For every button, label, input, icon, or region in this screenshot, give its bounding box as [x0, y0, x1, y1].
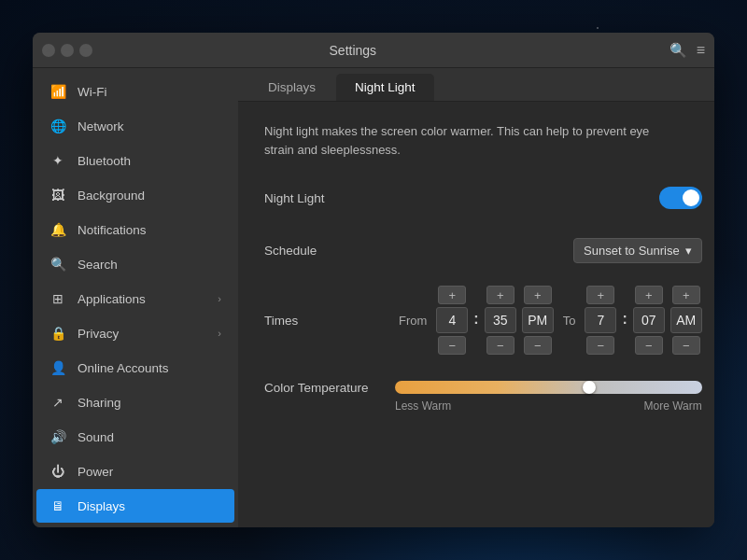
less-warm-label: Less Warm	[395, 399, 451, 413]
temp-slider-thumb[interactable]	[583, 381, 596, 394]
sidebar-label-displays: Displays	[78, 499, 221, 513]
titlebar: × – □ Settings 🔍 ≡	[33, 33, 714, 68]
content-area: 📶Wi-Fi🌐Network✦Bluetooth🖼Background🔔Noti…	[33, 68, 714, 527]
colon-2: :	[622, 311, 627, 329]
sidebar-label-sound: Sound	[78, 430, 221, 444]
sidebar-label-online-accounts: Online Accounts	[78, 361, 221, 375]
sound-icon: 🔊	[49, 428, 66, 445]
schedule-dropdown[interactable]: Sunset to Sunrise ▾	[573, 238, 702, 263]
sidebar-item-power[interactable]: ⏻Power	[36, 455, 234, 488]
schedule-value: Sunset to Sunrise	[584, 244, 680, 258]
tabs-bar: DisplaysNight Light	[238, 68, 714, 102]
sidebar-label-notifications: Notifications	[78, 223, 221, 237]
displays-icon: 🖥	[49, 497, 66, 514]
chevron-icon: ›	[218, 293, 221, 304]
sidebar-item-background[interactable]: 🖼Background	[36, 178, 234, 212]
to-ampm-block: + AM −	[670, 286, 702, 355]
sidebar-item-network[interactable]: 🌐Network	[36, 109, 234, 143]
search-icon[interactable]: 🔍	[669, 42, 687, 59]
sidebar-item-sound[interactable]: 🔊Sound	[36, 420, 234, 454]
sidebar-item-wifi[interactable]: 📶Wi-Fi	[36, 75, 234, 108]
more-warm-label: More Warm	[644, 399, 702, 413]
applications-icon: ⊞	[49, 290, 66, 307]
sidebar-label-network: Network	[78, 119, 221, 133]
background-icon: 🖼	[49, 187, 66, 203]
to-minute-block: + 07 −	[633, 286, 665, 355]
tab-displays[interactable]: Displays	[249, 74, 334, 101]
to-min-dec[interactable]: −	[635, 336, 663, 355]
from-ampm-block: + PM −	[522, 286, 554, 355]
sidebar-item-bluetooth[interactable]: ✦Bluetooth	[36, 144, 234, 177]
to-label: To	[559, 314, 580, 328]
times-label: Times	[264, 314, 395, 328]
sidebar-label-bluetooth: Bluetooth	[78, 154, 221, 168]
privacy-icon: 🔒	[49, 325, 66, 342]
to-minute-value: 07	[633, 307, 665, 333]
colon-1: :	[473, 311, 478, 329]
sharing-icon: ↗	[49, 394, 66, 411]
sidebar-label-power: Power	[78, 465, 221, 479]
wifi-icon: 📶	[49, 83, 66, 100]
sidebar-label-privacy: Privacy	[78, 327, 206, 341]
sidebar-item-online-accounts[interactable]: 👤Online Accounts	[36, 351, 234, 385]
temp-slider-container: Less Warm More Warm	[395, 381, 702, 413]
times-row: Times From + 4 − : + 35	[264, 286, 702, 355]
color-temp-control: Less Warm More Warm	[395, 381, 702, 413]
sidebar-item-applications[interactable]: ⊞Applications›	[36, 282, 234, 315]
online-accounts-icon: 👤	[49, 359, 66, 376]
to-ampm-value: AM	[670, 307, 702, 333]
to-ampm-inc[interactable]: +	[672, 286, 700, 304]
from-min-dec[interactable]: −	[486, 336, 514, 355]
schedule-row: Schedule Sunset to Sunrise ▾	[264, 233, 702, 267]
search-icon: 🔍	[49, 256, 66, 273]
bluetooth-icon: ✦	[49, 152, 66, 169]
from-hour-value: 4	[436, 307, 468, 333]
sidebar-item-privacy[interactable]: 🔒Privacy›	[36, 316, 234, 350]
sidebar: 📶Wi-Fi🌐Network✦Bluetooth🖼Background🔔Noti…	[33, 68, 238, 527]
sidebar-item-sharing[interactable]: ↗Sharing	[36, 385, 234, 419]
window-title: Settings	[36, 43, 669, 58]
sidebar-label-background: Background	[78, 189, 221, 203]
power-icon: ⏻	[49, 463, 66, 480]
from-label: From	[395, 314, 430, 328]
chevron-down-icon: ▾	[685, 244, 692, 258]
to-hour-value: 7	[585, 307, 616, 333]
night-light-label: Night Light	[264, 191, 395, 205]
from-ampm-inc[interactable]: +	[524, 286, 552, 304]
chevron-icon: ›	[218, 328, 221, 339]
sidebar-label-applications: Applications	[78, 292, 206, 306]
night-light-row: Night Light	[264, 181, 702, 215]
notifications-icon: 🔔	[49, 221, 66, 238]
to-hour-dec[interactable]: −	[586, 336, 614, 355]
from-min-inc[interactable]: +	[486, 286, 514, 304]
night-light-control	[395, 187, 702, 209]
temp-slider-track[interactable]	[395, 381, 702, 394]
tab-night-light[interactable]: Night Light	[336, 74, 434, 101]
sidebar-item-displays[interactable]: 🖥Displays	[36, 489, 234, 523]
night-light-toggle[interactable]	[659, 187, 702, 209]
color-temp-row: Color Temperature Less Warm More Warm	[264, 373, 702, 413]
from-ampm-value: PM	[522, 307, 554, 333]
app-window: × – □ Settings 🔍 ≡ 📶Wi-Fi🌐Network✦Blueto…	[33, 33, 714, 527]
from-minute-value: 35	[485, 307, 516, 333]
from-hour-dec[interactable]: −	[438, 336, 466, 355]
to-hour-inc[interactable]: +	[586, 286, 614, 304]
network-icon: 🌐	[49, 118, 66, 134]
schedule-label: Schedule	[264, 244, 395, 258]
schedule-control: Sunset to Sunrise ▾	[395, 238, 702, 263]
main-panel: DisplaysNight Light Night light makes th…	[238, 68, 714, 527]
sidebar-label-search: Search	[78, 258, 221, 272]
from-minute-block: + 35 −	[485, 286, 516, 355]
to-min-inc[interactable]: +	[635, 286, 663, 304]
night-light-panel: Night light makes the screen color warme…	[238, 102, 714, 527]
description-text: Night light makes the screen color warme…	[264, 122, 656, 159]
from-hour-inc[interactable]: +	[438, 286, 466, 304]
from-ampm-dec[interactable]: −	[524, 336, 552, 355]
sidebar-item-search[interactable]: 🔍Search	[36, 247, 234, 281]
to-ampm-dec[interactable]: −	[672, 336, 700, 355]
sidebar-item-notifications[interactable]: 🔔Notifications	[36, 213, 234, 246]
sidebar-item-mouse-touchpad[interactable]: 🖱Mouse & Touchpad	[36, 524, 234, 527]
to-hour-block: + 7 −	[585, 286, 616, 355]
menu-icon[interactable]: ≡	[697, 42, 705, 59]
sidebar-label-wifi: Wi-Fi	[78, 85, 221, 99]
